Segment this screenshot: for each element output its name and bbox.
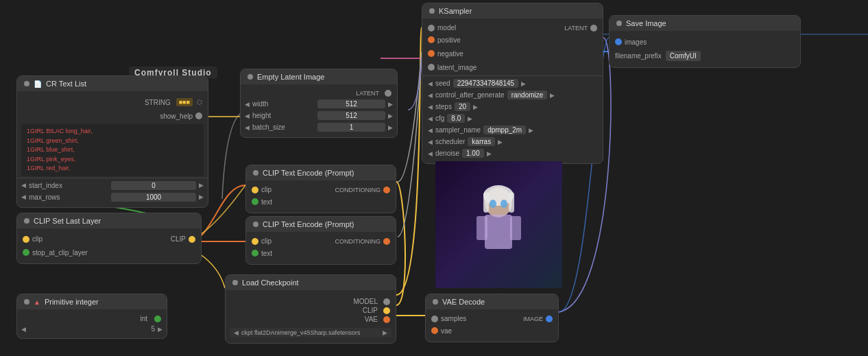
vae-decode-image-connector (546, 316, 553, 322)
cte2-text-connector (252, 250, 258, 257)
start-index-right-arrow[interactable]: ▶ (199, 182, 204, 189)
max-rows-right-arrow[interactable]: ▶ (199, 193, 204, 200)
max-rows-row[interactable]: ◀ max_rows 1000 ▶ (17, 191, 208, 203)
separator-1 (17, 178, 208, 178)
header-dot (253, 170, 258, 176)
show-help-label: show_help (157, 112, 195, 120)
ks-latent-image-connector (428, 64, 435, 71)
canvas-area: Comfyroll Studio 📄 CR Text List STRING ■… (0, 0, 868, 356)
batch-size-row[interactable]: ◀ batch_size 1 ▶ (241, 121, 397, 133)
vae-decode-body: samples IMAGE vae (426, 309, 558, 342)
width-right-arrow[interactable]: ▶ (388, 101, 393, 108)
ks-steps-right[interactable]: ▶ (473, 104, 478, 110)
text-line-2: 1GIRL green_shirt, (27, 137, 198, 146)
ks-sampler-label: sampler_name (435, 126, 481, 134)
height-right-arrow[interactable]: ▶ (388, 112, 393, 119)
batch-left-arrow[interactable]: ◀ (245, 124, 250, 131)
ks-ctrl-right[interactable]: ▶ (550, 92, 555, 99)
cte2-clip-connector (252, 238, 258, 245)
max-rows-value[interactable]: 1000 (111, 193, 196, 202)
preview-svg (435, 161, 562, 288)
model-label: MODEL (350, 298, 381, 305)
ks-sampler-left[interactable]: ◀ (428, 127, 433, 134)
cte2-text-row: text (246, 246, 396, 260)
filename-prefix-value[interactable]: ComfyUI (666, 51, 701, 61)
clip-set-body: clip CLIP stop_at_clip_layer (17, 228, 201, 263)
ks-ctrl-left[interactable]: ◀ (428, 92, 433, 99)
start-index-label: start_index (29, 182, 108, 189)
clip-io-row: clip CLIP (17, 233, 201, 246)
filename-prefix-row[interactable]: filename_prefix ComfyUI (610, 49, 800, 63)
clip-right-connector (189, 236, 195, 243)
ckpt-left-arr[interactable]: ◀ (234, 329, 239, 336)
ks-denoise-value[interactable]: 1.00 (462, 149, 483, 158)
checkpoint-path-row[interactable]: ◀ ckpt flat2DAnimerge_v45Sharp.safetenso… (230, 328, 391, 337)
save-image-images-row: images (610, 35, 800, 49)
ckpt-right-arr[interactable]: ▶ (383, 329, 387, 336)
ks-steps-row[interactable]: ◀ steps 20 ▶ (422, 101, 603, 112)
int-connector (154, 316, 161, 322)
int-output-row: int (17, 313, 167, 324)
ks-negative-row: negative (422, 47, 603, 60)
height-value[interactable]: 512 (317, 111, 385, 120)
width-value[interactable]: 512 (317, 99, 385, 108)
ks-latent-badge: LATENT (564, 25, 590, 32)
header-dot (429, 8, 435, 14)
ks-cfg-row[interactable]: ◀ cfg 8.0 ▶ (422, 112, 603, 124)
model-outputs: MODEL CLIP VAE (226, 294, 396, 327)
width-row[interactable]: ◀ width 512 ▶ (241, 98, 397, 110)
save-images-label: images (622, 38, 649, 46)
ks-steps-value[interactable]: 20 (455, 102, 470, 111)
ks-sched-left[interactable]: ◀ (428, 139, 433, 145)
clip-left-label: clip (29, 235, 45, 243)
ks-denoise-left[interactable]: ◀ (428, 150, 433, 157)
header-dot (248, 74, 253, 80)
stop-at-row: stop_at_clip_layer (17, 246, 201, 259)
batch-value[interactable]: 1 (317, 123, 385, 132)
ks-steps-left[interactable]: ◀ (428, 104, 433, 110)
model-output: MODEL (231, 297, 390, 306)
node-clip-text-encode-1: CLIP Text Encode (Prompt) clip CONDITION… (245, 165, 396, 213)
ks-sampler-row[interactable]: ◀ sampler_name dpmpp_2m ▶ (422, 124, 603, 136)
batch-right-arrow[interactable]: ▶ (388, 124, 393, 131)
ks-cfg-right[interactable]: ▶ (468, 115, 472, 122)
height-left-arrow[interactable]: ◀ (245, 112, 250, 119)
ks-header: KSampler (422, 3, 603, 19)
ks-cfg-left[interactable]: ◀ (428, 115, 433, 122)
ks-control-row[interactable]: ◀ control_after_generate randomize ▶ (422, 89, 603, 101)
ks-scheduler-row[interactable]: ◀ scheduler karras ▶ (422, 136, 603, 147)
ks-seed-value[interactable]: 229473347848145 (453, 79, 518, 88)
height-label: height (252, 112, 315, 119)
empty-latent-body: LATENT ◀ width 512 ▶ ◀ height 512 ▶ ◀ ba… (241, 84, 397, 137)
int-value: 5 (29, 325, 155, 333)
ks-sched-value[interactable]: karras (468, 137, 495, 146)
ks-cfg-label: cfg (435, 115, 444, 122)
start-index-row[interactable]: ◀ start_index 0 ▶ (17, 180, 208, 191)
int-left-arrow[interactable]: ◀ (21, 326, 26, 333)
max-rows-left-arrow[interactable]: ◀ (21, 193, 26, 200)
ks-sampler-right[interactable]: ▶ (529, 127, 533, 134)
ks-denoise-row[interactable]: ◀ denoise 1.00 ▶ (422, 147, 603, 159)
int-right-arrow[interactable]: ▶ (158, 326, 162, 333)
ks-ctrl-value[interactable]: randomize (507, 91, 548, 99)
ks-seed-left[interactable]: ◀ (428, 80, 433, 87)
int-value-row[interactable]: ◀ 5 ▶ (17, 324, 167, 334)
ks-negative-connector (428, 50, 435, 57)
height-row[interactable]: ◀ height 512 ▶ (241, 110, 397, 121)
ks-cfg-value[interactable]: 8.0 (447, 114, 465, 123)
ks-sampler-value[interactable]: dpmpp_2m (483, 126, 526, 134)
start-index-value[interactable]: 0 (111, 181, 196, 190)
ks-denoise-right[interactable]: ▶ (487, 150, 492, 157)
clip-output: CLIP (231, 306, 390, 315)
width-left-arrow[interactable]: ◀ (245, 101, 250, 108)
text-content: 1GIRL BILAC long_hair, 1GIRL green_shirt… (21, 124, 204, 176)
text-line-5: 1GIRL red_hair, (27, 164, 198, 174)
vae-output: VAE (231, 315, 390, 324)
connector-dots: ⬡ (197, 99, 202, 106)
ks-sched-right[interactable]: ▶ (498, 139, 503, 145)
svg-point-10 (501, 200, 507, 208)
text-line-3: 1GIRL blue_shirt, (27, 145, 198, 155)
start-index-left-arrow[interactable]: ◀ (21, 182, 26, 189)
ks-seed-right[interactable]: ▶ (521, 80, 526, 87)
ks-seed-row[interactable]: ◀ seed 229473347848145 ▶ (422, 78, 603, 89)
